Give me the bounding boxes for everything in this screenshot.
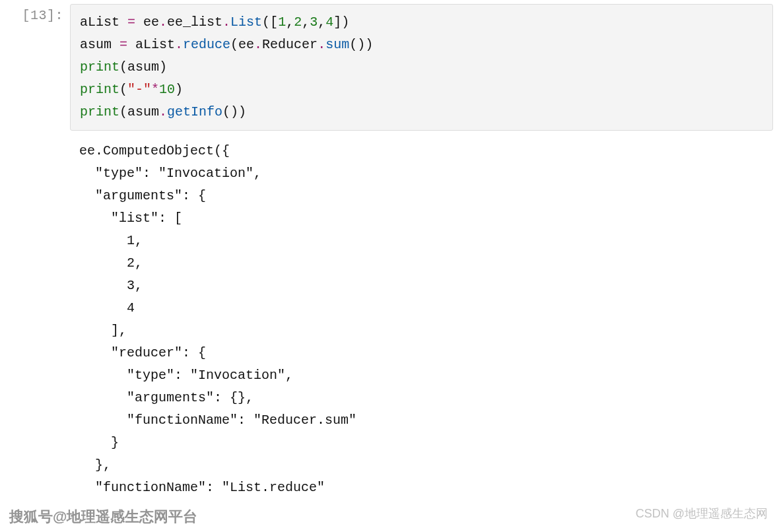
code-token: . bbox=[159, 15, 167, 30]
code-token: ( bbox=[119, 82, 127, 97]
code-token: ([ bbox=[262, 15, 278, 30]
code-block[interactable]: aList = ee.ee_list.List([1,2,3,4]) asum … bbox=[70, 4, 773, 131]
code-token: (asum bbox=[119, 104, 159, 119]
code-token: , bbox=[302, 15, 310, 30]
code-token: ee bbox=[143, 15, 159, 30]
code-token: ]) bbox=[333, 15, 349, 30]
code-token: (asum) bbox=[119, 59, 167, 75]
code-token: aList bbox=[135, 37, 175, 52]
watermark-right: CSDN @地理遥感生态网 bbox=[636, 506, 768, 521]
code-token: getInfo bbox=[167, 104, 222, 119]
code-token: . bbox=[254, 37, 262, 52]
code-token: 1 bbox=[278, 15, 286, 30]
code-token: asum bbox=[80, 37, 119, 52]
code-token: List bbox=[230, 15, 262, 30]
code-token: . bbox=[222, 15, 230, 30]
output-cell: ee.ComputedObject({ "type": "Invocation"… bbox=[0, 131, 777, 499]
code-token: "-" bbox=[127, 82, 151, 97]
code-token: . bbox=[175, 37, 183, 52]
output-block: ee.ComputedObject({ "type": "Invocation"… bbox=[70, 131, 777, 499]
code-token: ()) bbox=[222, 104, 246, 119]
code-token: . bbox=[159, 104, 167, 119]
code-token: 3 bbox=[310, 15, 318, 30]
code-token: = bbox=[127, 15, 143, 30]
output-prompt-spacer bbox=[0, 131, 70, 139]
code-token: aList bbox=[80, 15, 127, 30]
code-token: Reducer bbox=[262, 37, 318, 52]
code-token: 4 bbox=[325, 15, 333, 30]
code-token: print bbox=[80, 104, 119, 119]
input-cell: [13]: aList = ee.ee_list.List([1,2,3,4])… bbox=[0, 0, 777, 131]
cell-prompt: [13]: bbox=[0, 0, 70, 23]
code-token: * bbox=[151, 82, 159, 97]
code-token: print bbox=[80, 82, 119, 97]
code-token: ee_list bbox=[167, 15, 222, 30]
code-token: . bbox=[318, 37, 325, 52]
code-token: sum bbox=[325, 37, 349, 52]
code-token: , bbox=[286, 15, 294, 30]
code-token: , bbox=[318, 15, 325, 30]
code-token: ()) bbox=[349, 37, 373, 52]
code-token: 10 bbox=[159, 82, 175, 97]
code-token: ) bbox=[175, 82, 183, 97]
code-token: = bbox=[119, 37, 135, 52]
code-token: (ee bbox=[230, 37, 254, 52]
code-token: print bbox=[80, 59, 119, 75]
code-token: 2 bbox=[294, 15, 302, 30]
watermark-left: 搜狐号@地理遥感生态网平台 bbox=[9, 507, 197, 527]
code-token: reduce bbox=[183, 37, 230, 52]
